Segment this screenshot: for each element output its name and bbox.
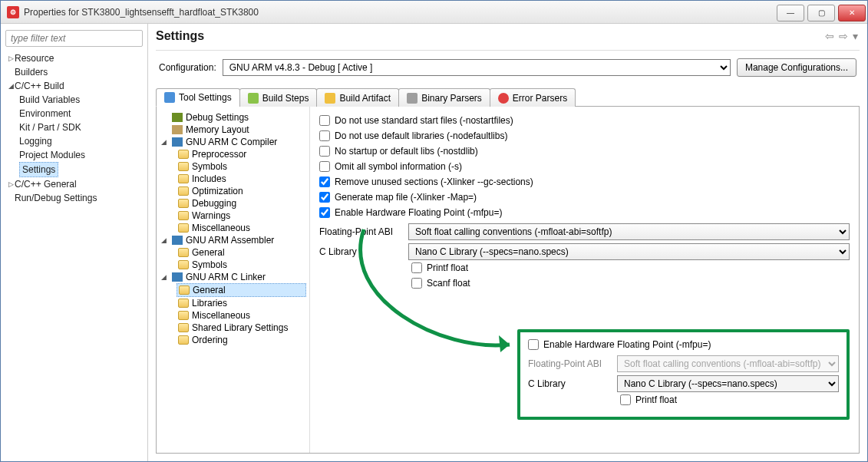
configuration-row: Configuration: GNU ARM v4.8.3 - Debug [ … xyxy=(156,58,860,77)
tool-c-compiler[interactable]: ◢GNU ARM C Compiler xyxy=(160,136,306,148)
tab-build-steps[interactable]: Build Steps xyxy=(239,88,318,107)
tool-asm-general[interactable]: General xyxy=(177,246,306,259)
folder-icon xyxy=(178,162,189,171)
chk-hwfp[interactable] xyxy=(319,207,330,218)
tab-strip: Tool Settings Build Steps Build Artifact… xyxy=(156,87,860,107)
tree-item-settings[interactable]: Settings xyxy=(18,162,143,177)
tool-linker-general[interactable]: General xyxy=(177,283,306,297)
tool-debugging[interactable]: Debugging xyxy=(177,197,306,210)
lbl-nostdlib: No startup or default libs (-nostdlib) xyxy=(335,146,478,157)
tool-warnings[interactable]: Warnings xyxy=(177,210,306,222)
tab-error-parsers[interactable]: Error Parsers xyxy=(490,88,576,107)
tree-item-builders[interactable]: Builders xyxy=(5,65,143,79)
tree-item-logging[interactable]: Logging xyxy=(18,134,143,148)
chk-gcsections[interactable] xyxy=(319,177,330,187)
tool-linker-shared[interactable]: Shared Library Settings xyxy=(177,322,306,334)
chk-printf[interactable] xyxy=(411,262,422,273)
tool-debug-settings[interactable]: Debug Settings xyxy=(160,111,306,124)
bug-icon xyxy=(172,113,183,122)
folder-icon xyxy=(178,211,189,220)
lbl-hwfp: Enable Hardware Floating Point (-mfpu=) xyxy=(335,207,502,218)
folder-icon xyxy=(179,285,190,295)
category-sidebar: ▷Resource Builders ◢C/C++ Build Build Va… xyxy=(1,24,148,461)
hl-lbl-clib: C Library xyxy=(528,378,612,389)
chk-omitsym[interactable] xyxy=(319,161,330,172)
hl-chk-printf[interactable] xyxy=(620,394,631,405)
lbl-clib: C Library xyxy=(319,246,404,257)
chk-mapfile[interactable] xyxy=(319,192,330,203)
folder-icon xyxy=(178,299,189,308)
folder-icon xyxy=(178,150,189,159)
tool-assembler[interactable]: ◢GNU ARM Assembler xyxy=(160,234,306,246)
maximize-button[interactable]: ▢ xyxy=(807,5,835,21)
content-area: ▷Resource Builders ◢C/C++ Build Build Va… xyxy=(1,24,867,461)
tool-linker-misc[interactable]: Miscellaneous xyxy=(177,309,306,322)
filter-input[interactable] xyxy=(5,30,143,47)
window-controls: — ▢ ✕ xyxy=(775,3,867,21)
tool-linker-ordering[interactable]: Ordering xyxy=(177,334,306,346)
steps-icon xyxy=(248,93,259,104)
nav-fwd-icon[interactable]: ⇨ xyxy=(837,28,850,44)
manage-configurations-button[interactable]: Manage Configurations... xyxy=(737,58,856,77)
folder-icon xyxy=(178,174,189,183)
tool-includes[interactable]: Includes xyxy=(177,173,306,185)
folder-icon xyxy=(178,323,189,332)
lbl-mapfile: Generate map file (-Xlinker -Map=) xyxy=(335,192,477,203)
tab-tool-settings[interactable]: Tool Settings xyxy=(156,88,240,107)
hl-lbl-fpabi: Floating-Point ABI xyxy=(528,358,612,369)
minimize-button[interactable]: — xyxy=(777,5,804,21)
chk-nostdlib[interactable] xyxy=(319,146,330,157)
tool-optimization[interactable]: Optimization xyxy=(177,185,306,197)
tab-build-artifact[interactable]: Build Artifact xyxy=(316,88,399,107)
select-fpabi[interactable]: Soft float calling conventions (-mfloat-… xyxy=(408,223,850,240)
tool-linker-libraries[interactable]: Libraries xyxy=(177,297,306,309)
tool-misc[interactable]: Miscellaneous xyxy=(177,222,306,234)
window-title: Properties for STK3800_lightsensefft_har… xyxy=(24,7,259,18)
chk-nostartfiles[interactable] xyxy=(319,115,330,126)
hl-select-clib[interactable]: Nano C Library (--specs=nano.specs) xyxy=(617,375,839,392)
tool-preprocessor[interactable]: Preprocessor xyxy=(177,148,306,160)
tool-asm-symbols[interactable]: Symbols xyxy=(177,259,306,271)
settings-pane: Do not use standard start files (-nostar… xyxy=(310,107,859,453)
tree-item-kit[interactable]: Kit / Part / SDK xyxy=(18,120,143,134)
configuration-label: Configuration: xyxy=(159,62,216,73)
folder-icon xyxy=(178,260,189,269)
properties-window: ⚙ Properties for STK3800_lightsensefft_h… xyxy=(0,0,868,462)
hl-lbl-printf: Printf float xyxy=(635,394,677,405)
tree-item-rundebug[interactable]: Run/Debug Settings xyxy=(5,191,143,205)
chk-scanf[interactable] xyxy=(411,278,422,289)
tool-symbols[interactable]: Symbols xyxy=(177,160,306,173)
highlight-box: Enable Hardware Floating Point (-mfpu=) … xyxy=(517,329,850,420)
folder-icon xyxy=(178,335,189,345)
folder-icon xyxy=(178,186,189,196)
nav-menu-icon[interactable]: ▾ xyxy=(851,28,860,44)
lbl-printf: Printf float xyxy=(427,262,468,273)
tool-linker[interactable]: ◢GNU ARM C Linker xyxy=(160,271,306,283)
app-icon: ⚙ xyxy=(7,6,19,18)
lbl-nodefaultlibs: Do not use default libraries (-nodefault… xyxy=(335,130,507,141)
category-tree: ▷Resource Builders ◢C/C++ Build Build Va… xyxy=(5,51,143,205)
chk-nodefaultlibs[interactable] xyxy=(319,130,330,141)
tree-item-projmod[interactable]: Project Modules xyxy=(18,148,143,162)
configuration-select[interactable]: GNU ARM v4.8.3 - Debug [ Active ] xyxy=(223,59,731,76)
hl-select-fpabi: Soft float calling conventions (-mfloat-… xyxy=(617,355,839,372)
memory-icon xyxy=(172,125,183,134)
nav-back-icon[interactable]: ⇦ xyxy=(823,28,836,44)
error-icon xyxy=(498,93,509,104)
folder-icon xyxy=(178,199,189,208)
hl-lbl-hwfp: Enable Hardware Floating Point (-mfpu=) xyxy=(543,339,711,350)
lbl-fpabi: Floating-Point ABI xyxy=(319,226,404,237)
tree-item-cbuild[interactable]: ◢C/C++ Build xyxy=(5,79,143,93)
select-clib[interactable]: Nano C Library (--specs=nano.specs) xyxy=(408,243,850,260)
tree-item-environment[interactable]: Environment xyxy=(18,107,143,120)
tab-body: Debug Settings Memory Layout ◢GNU ARM C … xyxy=(156,107,860,454)
lbl-omitsym: Omit all symbol information (-s) xyxy=(335,161,462,172)
page-title: Settings xyxy=(156,29,204,43)
tree-item-buildvars[interactable]: Build Variables xyxy=(18,93,143,107)
tab-binary-parsers[interactable]: Binary Parsers xyxy=(398,88,490,107)
tree-item-cgeneral[interactable]: ▷C/C++ General xyxy=(5,177,143,191)
tool-memory-layout[interactable]: Memory Layout xyxy=(160,124,306,136)
hl-chk-hwfp[interactable] xyxy=(528,339,539,350)
close-button[interactable]: ✕ xyxy=(838,5,866,21)
tree-item-resource[interactable]: ▷Resource xyxy=(5,51,143,65)
